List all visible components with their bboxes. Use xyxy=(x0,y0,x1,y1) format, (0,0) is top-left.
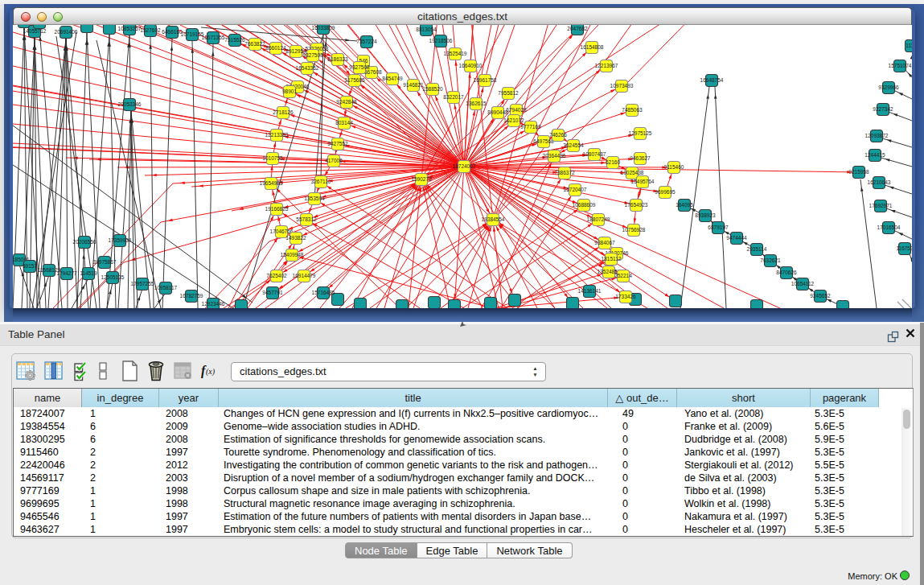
svg-text:15720407: 15720407 xyxy=(564,187,587,192)
svg-text:1590273: 1590273 xyxy=(411,176,432,182)
svg-text:9699695: 9699695 xyxy=(655,189,676,195)
svg-text:7357224: 7357224 xyxy=(356,39,377,44)
svg-text:1733426: 1733426 xyxy=(615,294,636,299)
svg-text:1112: 1112 xyxy=(906,43,912,48)
svg-text:16154808: 16154808 xyxy=(581,44,604,50)
svg-text:16648754: 16648754 xyxy=(700,77,724,83)
svg-text:3624554: 3624554 xyxy=(563,142,584,148)
svg-text:803144: 803144 xyxy=(335,120,353,126)
svg-text:10654112: 10654112 xyxy=(791,281,815,286)
svg-text:(x): (x) xyxy=(206,367,216,377)
svg-text:10025438: 10025438 xyxy=(621,170,644,175)
svg-text:8912954: 8912954 xyxy=(285,48,306,54)
svg-text:19384554: 19384554 xyxy=(482,216,505,222)
svg-text:17359934: 17359934 xyxy=(109,237,132,243)
svg-text:10853257: 10853257 xyxy=(118,26,142,31)
svg-text:1362615: 1362615 xyxy=(466,101,487,106)
svg-text:1794277: 1794277 xyxy=(56,270,77,276)
svg-text:10688609: 10688609 xyxy=(573,202,596,208)
svg-text:12213383: 12213383 xyxy=(265,132,289,138)
svg-text:746266: 746266 xyxy=(549,132,567,138)
svg-text:16782759: 16782759 xyxy=(180,293,203,299)
svg-text:29053346: 29053346 xyxy=(118,101,142,107)
svg-text:20364436: 20364436 xyxy=(543,153,566,159)
svg-text:8454749: 8454749 xyxy=(382,76,403,81)
svg-text:10719155: 10719155 xyxy=(181,31,204,37)
svg-text:1010755: 1010755 xyxy=(262,155,283,161)
svg-text:9463627: 9463627 xyxy=(630,155,651,161)
svg-text:9384067: 9384067 xyxy=(594,240,615,245)
svg-text:6497568: 6497568 xyxy=(533,138,554,144)
svg-text:20691406: 20691406 xyxy=(55,29,78,35)
svg-text:3267110: 3267110 xyxy=(311,179,331,184)
svg-text:116753: 116753 xyxy=(896,245,912,251)
svg-text:62160: 62160 xyxy=(606,159,620,165)
svg-text:3175685: 3175685 xyxy=(344,77,365,83)
svg-text:1493822: 1493822 xyxy=(285,235,306,241)
svg-text:16671355: 16671355 xyxy=(202,35,225,40)
svg-text:114519: 114519 xyxy=(80,270,97,276)
svg-text:7663822: 7663822 xyxy=(244,41,265,47)
svg-text:417006: 417006 xyxy=(325,158,343,163)
svg-text:12505135: 12505135 xyxy=(101,274,125,280)
svg-text:9474444: 9474444 xyxy=(726,235,747,241)
svg-text:9327508: 9327508 xyxy=(349,64,370,70)
svg-text:16543362: 16543362 xyxy=(296,65,319,71)
svg-text:9777169: 9777169 xyxy=(520,124,541,130)
svg-text:6794028: 6794028 xyxy=(506,107,527,113)
svg-text:7632621: 7632621 xyxy=(760,257,781,263)
svg-text:9245652: 9245652 xyxy=(810,293,831,299)
svg-text:8470626: 8470626 xyxy=(776,270,797,275)
svg-text:9427552: 9427552 xyxy=(327,141,348,146)
svg-text:252214: 252214 xyxy=(614,273,632,278)
svg-text:8322017: 8322017 xyxy=(443,94,464,100)
svg-text:8813054: 8813054 xyxy=(416,27,437,32)
svg-text:15716485: 15716485 xyxy=(312,290,335,295)
svg-text:7625402: 7625402 xyxy=(266,273,287,278)
svg-text:17692971: 17692971 xyxy=(869,203,893,208)
svg-text:39157: 39157 xyxy=(23,263,37,269)
svg-text:8660124: 8660124 xyxy=(265,45,286,51)
svg-text:15409948: 15409948 xyxy=(281,252,304,257)
svg-text:2047682: 2047682 xyxy=(567,26,588,31)
svg-text:1621072: 1621072 xyxy=(503,117,524,123)
svg-text:18807249: 18807249 xyxy=(587,216,610,222)
svg-text:17957255: 17957255 xyxy=(131,281,154,286)
svg-text:98901: 98901 xyxy=(282,89,297,94)
svg-text:9146821: 9146821 xyxy=(403,82,424,88)
svg-text:6466160: 6466160 xyxy=(162,29,183,35)
svg-text:8938923: 8938923 xyxy=(695,212,716,218)
svg-text:10807487: 10807487 xyxy=(583,151,606,157)
svg-text:12923446: 12923446 xyxy=(202,301,225,307)
svg-text:16914479: 16914479 xyxy=(293,273,316,278)
svg-text:164095: 164095 xyxy=(676,202,693,208)
svg-text:7386372: 7386372 xyxy=(554,170,575,175)
svg-text:7955812: 7955812 xyxy=(498,90,519,96)
svg-text:8990448: 8990448 xyxy=(487,109,508,115)
svg-text:16033809: 16033809 xyxy=(312,25,335,31)
svg-text:2935114: 2935114 xyxy=(747,246,767,252)
svg-text:17654923: 17654923 xyxy=(625,202,648,208)
svg-text:1815112: 1815112 xyxy=(602,256,622,262)
svg-text:9215958: 9215958 xyxy=(848,169,869,175)
svg-text:5578312: 5578312 xyxy=(296,216,317,222)
svg-text:12975125: 12975125 xyxy=(629,130,652,136)
svg-text:10756928: 10756928 xyxy=(622,227,646,233)
svg-text:1353594: 1353594 xyxy=(304,196,325,201)
svg-text:12093872: 12093872 xyxy=(865,133,889,138)
svg-text:9457791: 9457791 xyxy=(262,290,283,295)
svg-text:19218506: 19218506 xyxy=(429,38,453,43)
svg-text:1588520: 1588520 xyxy=(422,86,443,92)
svg-text:16961758: 16961758 xyxy=(474,77,497,83)
svg-text:13525419: 13525419 xyxy=(444,51,467,56)
svg-text:8186323: 8186323 xyxy=(327,56,348,62)
svg-text:15495764: 15495764 xyxy=(631,179,655,184)
svg-text:19166825: 19166825 xyxy=(265,206,289,212)
svg-text:9329966: 9329966 xyxy=(878,84,899,90)
svg-text:18724007: 18724007 xyxy=(453,163,476,169)
svg-text:10973493: 10973493 xyxy=(610,83,634,89)
svg-text:7515526: 7515526 xyxy=(224,37,245,43)
svg-text:20206556: 20206556 xyxy=(73,239,97,245)
svg-text:17016504: 17016504 xyxy=(877,225,901,230)
svg-text:16210643: 16210643 xyxy=(868,179,891,185)
